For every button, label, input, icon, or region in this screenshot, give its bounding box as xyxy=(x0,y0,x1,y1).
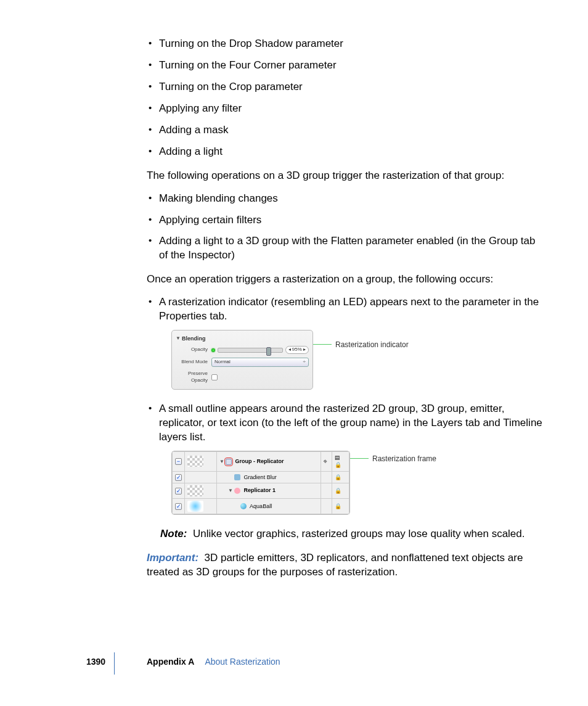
lock-icon[interactable]: 🔒 xyxy=(335,503,341,509)
list-item: Turning on the Crop parameter xyxy=(158,80,545,94)
layer-name: Replicator 1 xyxy=(244,487,276,493)
figure-layers: − ▼ Group - Replicator ⎆ ▤ 🔒 ✓ Gradient … xyxy=(171,451,545,514)
lock-icon[interactable]: 🔒 xyxy=(335,474,341,480)
important: Important: 3D particle emitters, 3D repl… xyxy=(147,551,545,580)
lock-icon[interactable]: 🔒 xyxy=(335,488,341,494)
preserve-checkbox[interactable] xyxy=(211,374,218,380)
list-item: Adding a light to a 3D group with the Fl… xyxy=(158,234,545,263)
blendmode-label: Blend Mode xyxy=(176,359,211,366)
bullet-text: A small outline appears around the raste… xyxy=(159,403,542,443)
paragraph: Once an operation triggers a rasterizati… xyxy=(147,273,545,287)
appendix-title: About Rasterization xyxy=(205,657,280,667)
callout-label: Rasterization frame xyxy=(372,454,436,464)
properties-panel: ▼ Blending Opacity ◂ 95% ▸ Blend Mode No… xyxy=(171,330,313,390)
group-icon xyxy=(226,459,232,465)
layer-thumbnail xyxy=(187,501,203,512)
layer-row[interactable]: ✓ Gradient Blur 🔒 xyxy=(173,471,349,483)
bullet-text: A rasterization indicator (resembling an… xyxy=(159,296,539,322)
layers-panel: − ▼ Group - Replicator ⎆ ▤ 🔒 ✓ Gradient … xyxy=(171,451,350,514)
blendmode-select[interactable]: Normal÷ xyxy=(211,358,309,367)
list-item: A small outline appears around the raste… xyxy=(158,402,545,541)
layer-row[interactable]: ✓ ▼ Replicator 1 🔒 xyxy=(173,483,349,498)
bullets-top: Turning on the Drop Shadow parameter Tur… xyxy=(147,37,545,159)
important-label: Important: xyxy=(147,552,198,564)
list-item: Turning on the Drop Shadow parameter xyxy=(158,37,545,51)
layer-name: AquaBall xyxy=(250,503,272,509)
disclosure-triangle-icon[interactable]: ▼ xyxy=(228,488,233,493)
layer-name: Gradient Blur xyxy=(244,474,277,480)
filter-icon xyxy=(234,474,240,480)
callout-line xyxy=(350,458,369,459)
layer-row[interactable]: − ▼ Group - Replicator ⎆ ▤ 🔒 xyxy=(173,452,349,471)
note-label: Note: xyxy=(160,528,187,540)
opacity-slider[interactable] xyxy=(218,348,283,353)
stack-icon[interactable]: ▤ xyxy=(335,454,340,461)
appendix-label: Appendix A xyxy=(147,657,194,667)
list-item: A rasterization indicator (resembling an… xyxy=(158,295,545,390)
visibility-checkbox[interactable]: ✓ xyxy=(175,488,182,495)
important-text: 3D particle emitters, 3D replicators, an… xyxy=(147,552,523,578)
opacity-value[interactable]: ◂ 95% ▸ xyxy=(285,346,309,354)
object-icon xyxy=(240,503,247,509)
preserve-label: Preserve Opacity xyxy=(176,371,211,384)
list-item: Turning on the Four Corner parameter xyxy=(158,59,545,73)
opacity-label: Opacity xyxy=(176,347,211,353)
disclosure-triangle-icon[interactable]: ▼ xyxy=(176,335,181,342)
visibility-checkbox[interactable]: ✓ xyxy=(175,503,182,510)
visibility-checkbox[interactable]: − xyxy=(175,458,182,465)
note: Note: Unlike vector graphics, rasterized… xyxy=(159,527,545,541)
bullets-occurs: A rasterization indicator (resembling an… xyxy=(147,295,545,541)
figure-indicator: ▼ Blending Opacity ◂ 95% ▸ Blend Mode No… xyxy=(171,330,545,390)
visibility-checkbox[interactable]: ✓ xyxy=(175,474,182,481)
list-item: Applying any filter xyxy=(158,102,545,116)
bullets-3d: Making blending changes Applying certain… xyxy=(147,192,545,263)
lock-icon[interactable]: 🔒 xyxy=(335,462,341,468)
footer-divider xyxy=(114,652,115,675)
layer-thumbnail xyxy=(187,456,203,467)
page-number: 1390 xyxy=(86,656,105,668)
list-item: Applying certain filters xyxy=(158,213,545,228)
callout-line xyxy=(313,344,332,345)
paragraph: The following operations on a 3D group t… xyxy=(147,169,545,183)
layer-name: Group - Replicator xyxy=(235,458,284,464)
note-text: Unlike vector graphics, rasterized group… xyxy=(193,528,525,540)
panel-header: Blending xyxy=(182,335,206,342)
disclosure-triangle-icon[interactable]: ▼ xyxy=(219,459,224,464)
list-item: Making blending changes xyxy=(158,192,545,206)
rasterization-led-icon xyxy=(211,348,215,352)
list-item: Adding a light xyxy=(158,145,545,159)
layer-thumbnail xyxy=(187,485,203,496)
page-content: Turning on the Drop Shadow parameter Tur… xyxy=(0,0,588,580)
layer-row[interactable]: ✓ AquaBall 🔒 xyxy=(173,498,349,514)
callout-label: Rasterization indicator xyxy=(335,340,409,350)
list-item: Adding a mask xyxy=(158,123,545,138)
link-icon[interactable]: ⎆ xyxy=(324,458,327,464)
replicator-icon xyxy=(234,488,240,494)
page-footer: 1390 Appendix A About Rasterization xyxy=(0,656,588,678)
